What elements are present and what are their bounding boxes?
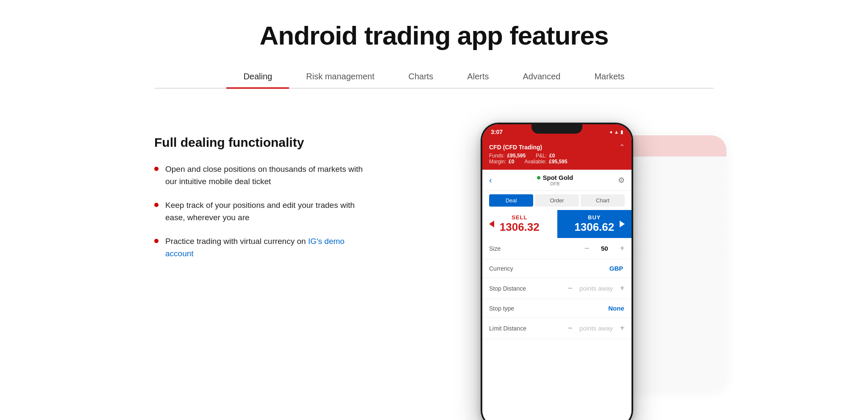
funds-value: £95,595 xyxy=(507,153,526,159)
available-label: Available: xyxy=(524,159,546,165)
phone-deal-tabs: Deal Order Chart xyxy=(482,191,632,210)
status-icons: ● ▲ ▮ xyxy=(609,129,623,135)
bullet-dot xyxy=(154,239,159,243)
limit-distance-row: Limit Distance − points away + xyxy=(482,318,632,339)
limit-distance-controls: − points away + xyxy=(568,323,625,333)
back-button[interactable]: ‹ xyxy=(489,175,492,185)
limit-increase-button[interactable]: + xyxy=(620,323,625,333)
buy-side[interactable]: BUY 1306.62 xyxy=(557,210,632,238)
list-item: Open and close positions on thousands of… xyxy=(154,163,375,188)
sell-price: 1306.32 xyxy=(500,221,540,234)
bullet-dot xyxy=(154,167,159,171)
phone-screen: 3:07 ● ▲ ▮ CFD (CFD Trading) ⌃ xyxy=(482,124,632,420)
bullet-text-3: Practice trading with virtual currency o… xyxy=(165,235,375,260)
size-controls: − 50 + xyxy=(584,244,625,253)
funds-info: Funds: £95,595 P&L: £0 xyxy=(489,153,625,159)
settings-icon[interactable]: ⚙ xyxy=(618,176,625,185)
tab-chart[interactable]: Chart xyxy=(581,194,625,207)
size-decrease-button[interactable]: − xyxy=(584,244,590,253)
bullet-text-1: Open and close positions on thousands of… xyxy=(165,163,375,188)
available-value: £95,595 xyxy=(549,159,567,165)
stop-distance-value: points away xyxy=(579,285,613,292)
bullet-dot xyxy=(154,203,159,207)
phone-notch xyxy=(531,124,582,134)
cfd-title: CFD (CFD Trading) xyxy=(489,144,542,151)
sell-side[interactable]: SELL 1306.32 xyxy=(482,210,557,238)
instrument-name: Spot Gold xyxy=(543,174,573,181)
tab-charts[interactable]: Charts xyxy=(391,66,450,89)
tab-alerts[interactable]: Alerts xyxy=(450,66,506,89)
cfd-header: CFD (CFD Trading) ⌃ Funds: £95,595 P&L: xyxy=(482,140,632,170)
size-increase-button[interactable]: + xyxy=(620,244,625,253)
tab-markets[interactable]: Markets xyxy=(577,66,641,89)
chevron-up-icon: ⌃ xyxy=(619,143,625,151)
tab-risk-management[interactable]: Risk management xyxy=(289,66,391,89)
instrument-sub: DFB xyxy=(550,181,559,186)
tab-deal[interactable]: Deal xyxy=(489,194,533,207)
sell-arrow-icon xyxy=(489,221,494,227)
buy-arrow-icon xyxy=(620,221,625,227)
tab-dealing[interactable]: Dealing xyxy=(226,66,289,89)
left-content: Full dealing functionality Open and clos… xyxy=(154,123,375,260)
funds-label: Funds: xyxy=(489,153,505,159)
pl-value: £0 xyxy=(549,153,555,159)
buy-label: BUY xyxy=(588,214,601,221)
form-rows: Size − 50 + Currency GBP xyxy=(482,238,632,420)
list-item: Practice trading with virtual currency o… xyxy=(154,235,375,260)
bullet-list: Open and close positions on thousands of… xyxy=(154,163,375,260)
margin-info: Margin: £0 Available: £95,595 xyxy=(489,159,625,165)
tab-order[interactable]: Order xyxy=(535,194,579,207)
main-content: Full dealing functionality Open and clos… xyxy=(154,114,714,420)
limit-decrease-button[interactable]: − xyxy=(568,323,573,333)
size-row: Size − 50 + xyxy=(482,238,632,259)
size-label: Size xyxy=(489,245,501,252)
currency-row: Currency GBP xyxy=(482,259,632,278)
buy-price: 1306.62 xyxy=(574,221,614,234)
currency-label: Currency xyxy=(489,265,513,272)
section-title: Full dealing functionality xyxy=(154,135,375,150)
size-value: 50 xyxy=(596,245,613,252)
stop-distance-increase-button[interactable]: + xyxy=(620,283,625,293)
spot-gold-bar: ‹ Spot Gold DFB ⚙ xyxy=(482,170,632,191)
buy-sell-section: SELL 1306.32 BUY 1306.62 xyxy=(482,210,632,238)
limit-distance-label: Limit Distance xyxy=(489,325,526,332)
stop-type-row: Stop type None xyxy=(482,299,632,318)
stop-type-label: Stop type xyxy=(489,305,514,312)
list-item: Keep track of your positions and edit yo… xyxy=(154,199,375,224)
phone-mockup-area: 3:07 ● ▲ ▮ CFD (CFD Trading) ⌃ xyxy=(400,123,714,420)
sell-label: SELL xyxy=(512,214,527,221)
margin-value: £0 xyxy=(509,159,514,165)
stop-type-value: None xyxy=(608,305,625,312)
tab-advanced[interactable]: Advanced xyxy=(506,66,577,89)
limit-distance-value: points away xyxy=(579,325,613,332)
phone-container: 3:07 ● ▲ ▮ CFD (CFD Trading) ⌃ xyxy=(481,123,633,420)
stop-distance-row: Stop Distance − points away + xyxy=(482,278,632,299)
status-time: 3:07 xyxy=(491,129,503,135)
page-title: Android trading app features xyxy=(154,0,714,66)
stop-distance-controls: − points away + xyxy=(568,283,625,293)
pl-label: P&L: xyxy=(536,153,547,159)
stop-distance-decrease-button[interactable]: − xyxy=(568,283,573,293)
phone-main: 3:07 ● ▲ ▮ CFD (CFD Trading) ⌃ xyxy=(481,123,633,420)
margin-label: Margin: xyxy=(489,159,506,165)
stop-distance-label: Stop Distance xyxy=(489,285,526,292)
currency-value: GBP xyxy=(608,265,625,272)
bullet-text-2: Keep track of your positions and edit yo… xyxy=(165,199,375,224)
live-dot xyxy=(537,176,540,179)
nav-tabs: Dealing Risk management Charts Alerts Ad… xyxy=(154,66,714,89)
